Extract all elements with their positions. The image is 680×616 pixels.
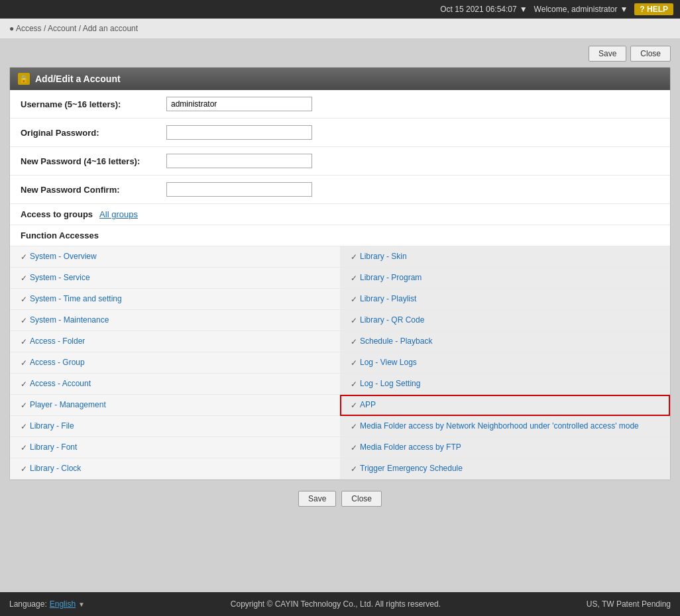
original-password-label: Original Password:	[21, 128, 166, 138]
function-link[interactable]: Media Folder access by FTP	[360, 442, 461, 452]
function-link[interactable]: Access - Group	[30, 358, 85, 367]
function-link[interactable]: Access - Folder	[30, 336, 85, 346]
function-link[interactable]: Library - QR Code	[360, 315, 424, 325]
username-input[interactable]	[166, 97, 312, 111]
function-link[interactable]: Library - Clock	[30, 464, 81, 473]
panel-title: Add/Edit a Account	[35, 74, 121, 84]
check-icon: ✓	[21, 358, 27, 368]
check-icon: ✓	[21, 422, 27, 431]
function-link[interactable]: Trigger Emergency Schedule	[360, 464, 463, 473]
check-icon: ✓	[351, 252, 357, 262]
account-panel: 🔒 Add/Edit a Account Username (5~16 lett…	[9, 67, 671, 480]
check-icon: ✓	[21, 274, 27, 283]
check-icon: ✓	[21, 401, 27, 410]
function-item-library-font: ✓ Library - Font	[10, 437, 340, 458]
function-accesses-grid: ✓ System - Overview ✓ Library - Skin ✓ S…	[10, 246, 670, 480]
function-item-media-folder-ftp: ✓ Media Folder access by FTP	[340, 437, 670, 458]
top-bar: Oct 15 2021 06:54:07 ▼ Welcome, administ…	[0, 0, 680, 19]
footer-language: Language: English ▼	[9, 599, 85, 609]
new-password-confirm-row: New Password Confirm:	[10, 176, 670, 204]
datetime-display: Oct 15 2021 06:54:07 ▼	[440, 5, 527, 14]
panel-icon: 🔒	[18, 73, 30, 85]
new-password-row: New Password (4~16 letters):	[10, 147, 670, 176]
breadcrumb-access[interactable]: Access	[16, 24, 42, 33]
new-password-confirm-label: New Password Confirm:	[21, 185, 166, 195]
function-item-schedule-playback: ✓ Schedule - Playback	[340, 331, 670, 352]
close-button-bottom[interactable]: Close	[341, 491, 382, 507]
function-item-app: ✓ APP	[340, 395, 670, 416]
breadcrumb: ● Access / Account / Add an account	[0, 19, 680, 39]
check-icon: ✓	[21, 337, 27, 346]
function-item-access-folder: ✓ Access - Folder	[10, 331, 340, 352]
new-password-confirm-input[interactable]	[166, 182, 312, 197]
function-link[interactable]: System - Time and setting	[30, 294, 122, 303]
function-item-system-service: ✓ System - Service	[10, 268, 340, 289]
check-icon: ✓	[21, 464, 27, 474]
function-link[interactable]: System - Service	[30, 273, 90, 282]
function-link[interactable]: Library - Font	[30, 442, 77, 452]
function-item-library-file: ✓ Library - File	[10, 416, 340, 437]
check-icon: ✓	[351, 295, 357, 304]
top-actions: Save Close	[9, 46, 671, 62]
access-groups-value[interactable]: All groups	[99, 209, 138, 219]
function-item-system-time: ✓ System - Time and setting	[10, 289, 340, 310]
function-item-library-program: ✓ Library - Program	[340, 268, 670, 289]
check-icon: ✓	[21, 443, 27, 452]
close-button-top[interactable]: Close	[630, 46, 671, 62]
function-link[interactable]: Log - Log Setting	[360, 379, 420, 388]
function-item-access-group: ✓ Access - Group	[10, 352, 340, 374]
function-item-media-folder-network: ✓ Media Folder access by Network Neighbo…	[340, 416, 670, 437]
welcome-display: Welcome, administrator ▼	[534, 5, 628, 14]
function-link[interactable]: Log - View Logs	[360, 358, 417, 367]
function-link[interactable]: Access - Account	[30, 379, 91, 388]
check-icon: ✓	[351, 358, 357, 368]
access-groups-row: Access to groups All groups	[10, 204, 670, 225]
function-accesses-header: Function Accesses	[10, 225, 670, 246]
username-row: Username (5~16 letters):	[10, 90, 670, 119]
save-button-bottom[interactable]: Save	[298, 491, 336, 507]
function-item-library-playlist: ✓ Library - Playlist	[340, 289, 670, 310]
bottom-actions: Save Close	[9, 491, 671, 507]
original-password-input[interactable]	[166, 125, 312, 140]
datetime-arrow: ▼	[520, 5, 528, 14]
function-link-app[interactable]: APP	[360, 400, 376, 409]
function-link[interactable]: Library - File	[30, 421, 74, 431]
breadcrumb-account[interactable]: Account	[48, 24, 76, 33]
check-icon: ✓	[21, 295, 27, 304]
function-item-log-viewlogs: ✓ Log - View Logs	[340, 352, 670, 374]
function-item-trigger-emergency: ✓ Trigger Emergency Schedule	[340, 458, 670, 480]
function-link[interactable]: Library - Playlist	[360, 294, 416, 303]
function-link[interactable]: Library - Program	[360, 273, 422, 282]
save-button-top[interactable]: Save	[589, 46, 626, 62]
function-link[interactable]: System - Maintenance	[30, 315, 109, 325]
function-link[interactable]: Library - Skin	[360, 252, 407, 261]
check-icon: ✓	[351, 337, 357, 346]
function-link[interactable]: System - Overview	[30, 252, 97, 261]
function-link[interactable]: Player - Management	[30, 400, 106, 409]
check-icon: ✓	[351, 443, 357, 452]
language-value[interactable]: English	[50, 599, 76, 609]
check-icon: ✓	[351, 422, 357, 431]
breadcrumb-current: Add an account	[83, 24, 138, 33]
footer-patent: US, TW Patent Pending	[587, 599, 671, 609]
function-link[interactable]: Media Folder access by Network Neighborh…	[360, 421, 639, 431]
function-item-library-skin: ✓ Library - Skin	[340, 246, 670, 268]
help-button[interactable]: ? HELP	[634, 3, 673, 15]
function-accesses-label: Function Accesses	[21, 231, 99, 240]
language-label: Language:	[9, 599, 47, 609]
language-arrow: ▼	[78, 601, 85, 608]
new-password-label: New Password (4~16 letters):	[21, 156, 166, 166]
new-password-input[interactable]	[166, 154, 312, 168]
function-item-player-management: ✓ Player - Management	[10, 395, 340, 416]
footer-copyright: Copyright © CAYIN Technology Co., Ltd. A…	[231, 599, 441, 609]
function-item-system-maintenance: ✓ System - Maintenance	[10, 310, 340, 331]
function-item-system-overview: ✓ System - Overview	[10, 246, 340, 268]
check-icon: ✓	[21, 252, 27, 262]
function-item-library-clock: ✓ Library - Clock	[10, 458, 340, 480]
function-link[interactable]: Schedule - Playback	[360, 336, 432, 346]
check-icon: ✓	[351, 380, 357, 389]
check-icon: ✓	[21, 316, 27, 325]
panel-header: 🔒 Add/Edit a Account	[10, 68, 670, 90]
check-icon: ✓	[351, 464, 357, 474]
function-item-access-account: ✓ Access - Account	[10, 374, 340, 395]
